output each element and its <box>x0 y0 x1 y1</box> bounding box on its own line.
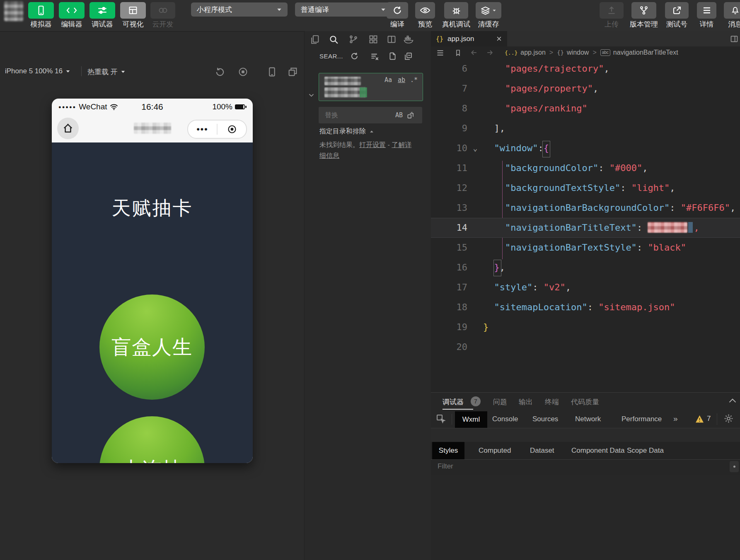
collapse-all-icon[interactable] <box>404 52 413 60</box>
panel-tab-2[interactable]: 输出 <box>519 397 533 407</box>
simulator-mode-button[interactable] <box>28 2 54 19</box>
code-line-10[interactable]: 10⌄ "window":{ <box>431 138 740 158</box>
docker-icon[interactable] <box>403 34 414 44</box>
styles-filter-input[interactable] <box>437 462 687 471</box>
warning-counter[interactable]: 7 <box>695 415 711 423</box>
code-line-14[interactable]: 14 "navigationBarTitleText": , <box>431 218 740 238</box>
outline-icon[interactable] <box>436 48 445 57</box>
replace-field[interactable] <box>324 111 384 119</box>
preview-button[interactable] <box>415 2 435 19</box>
remote-debug-button[interactable] <box>444 2 468 19</box>
windows-icon[interactable] <box>288 67 298 77</box>
more-button[interactable]: ••• <box>188 124 217 134</box>
blindbox-life-button[interactable]: 盲盒人生 <box>99 294 205 400</box>
record-icon[interactable] <box>238 67 248 77</box>
split-editor-icon[interactable] <box>387 34 397 44</box>
code-line-15[interactable]: 15 "navigationBarTextStyle": "black" <box>431 238 740 258</box>
hover-state-toggle[interactable] <box>730 461 739 472</box>
replace-input[interactable]: AB <box>319 107 422 123</box>
inspector-tab-component-data[interactable]: Component Data <box>571 447 625 455</box>
code-line-6[interactable]: 6 "pages/trajectory", <box>431 59 740 79</box>
phone-sm-icon[interactable] <box>268 67 276 77</box>
devtools-tab-console[interactable]: Console <box>492 415 518 423</box>
page-title: 天赋抽卡 <box>52 196 253 221</box>
code-line-8[interactable]: 8 "pages/ranking" <box>431 99 740 118</box>
clear-cache-button[interactable] <box>476 2 501 19</box>
back-arrow-icon[interactable] <box>470 48 478 57</box>
open-settings-link[interactable]: 打开设置 <box>359 141 386 148</box>
home-button[interactable] <box>57 118 79 139</box>
collapse-panel-icon[interactable] <box>728 398 737 403</box>
overflow-tabs-button[interactable]: » <box>673 414 678 423</box>
rotate-icon[interactable] <box>215 67 225 77</box>
expand-chevron-icon[interactable] <box>308 92 315 99</box>
exit-target-button[interactable] <box>218 124 246 134</box>
devtools-tab-wxml[interactable]: Wxml <box>455 411 487 428</box>
hot-reload-selector[interactable]: 热重载 开 <box>87 67 126 77</box>
replace-all-icon[interactable] <box>407 111 415 119</box>
messages-button[interactable] <box>724 2 740 19</box>
code-line-12[interactable]: 12 "backgroundTextStyle": "light", <box>431 178 740 198</box>
inspector-tab-scope-data[interactable]: Scope Data <box>627 447 664 455</box>
close-icon[interactable] <box>496 36 502 42</box>
new-search-editor-icon[interactable] <box>388 52 397 60</box>
test-account-button[interactable] <box>665 2 689 19</box>
mode-dropdown[interactable]: 小程序模式 <box>191 2 288 17</box>
code-line-19[interactable]: 19} <box>431 317 740 337</box>
inspector-tab-dataset[interactable]: Dataset <box>530 447 554 455</box>
panel-tab-debugger[interactable]: 调试器 <box>443 397 464 407</box>
forward-arrow-icon[interactable] <box>486 48 494 57</box>
code-line-16[interactable]: 16 }, <box>431 258 740 278</box>
devtools-settings-gear-icon[interactable] <box>723 413 734 424</box>
code-line-20[interactable]: 20 <box>431 337 740 357</box>
fold-chevron-icon[interactable]: ⌄ <box>469 138 481 158</box>
bookmark-icon[interactable] <box>455 49 462 56</box>
breadcrumb-property[interactable]: navigationBarTitleText <box>613 49 678 56</box>
files-icon[interactable] <box>310 34 320 45</box>
tab-app-json[interactable]: {} app.json <box>431 31 507 46</box>
code-line-11[interactable]: 11 "backgroundColor": "#000", <box>431 158 740 178</box>
compile-dropdown[interactable]: 普通编译 <box>295 2 392 17</box>
version-control-button[interactable] <box>631 2 656 19</box>
panel-tab-1[interactable]: 问题 <box>493 397 507 407</box>
regex-button[interactable]: .* <box>410 76 418 84</box>
debugger-mode-button[interactable] <box>89 2 115 19</box>
panel-tab-3[interactable]: 终端 <box>545 397 559 407</box>
code-editor[interactable]: 6 "pages/trajectory",7 "pages/property",… <box>431 59 740 392</box>
include-exclude-label: 指定目录和排除 <box>319 127 366 136</box>
devtools-tab-performance[interactable]: Performance <box>622 415 662 423</box>
inspector-tab-styles[interactable]: Styles <box>432 442 464 459</box>
code-line-17[interactable]: 17 "style": "v2", <box>431 278 740 297</box>
editor-mode-button[interactable] <box>59 2 85 19</box>
visualize-mode-button[interactable] <box>120 2 146 19</box>
details-button[interactable] <box>697 2 716 19</box>
code-line-9[interactable]: 9 ], <box>431 118 740 138</box>
compile-button[interactable] <box>387 2 408 19</box>
code-line-18[interactable]: 18 "sitemapLocation": "sitemap.json" <box>431 297 740 317</box>
device-selector[interactable]: iPhone 5 100% 16 <box>5 67 70 75</box>
include-exclude-toggle[interactable]: 指定目录和排除 <box>319 127 374 136</box>
breadcrumb-object[interactable]: window <box>567 49 589 56</box>
version-control-button-label: 版本管理 <box>630 19 658 29</box>
inspector-tab-computed[interactable]: Computed <box>479 447 511 455</box>
ten-draw-button[interactable]: 十连抽 <box>99 416 205 463</box>
breadcrumb-file[interactable]: app.json <box>520 49 546 56</box>
search-input[interactable]: Aa ab .* <box>319 73 423 101</box>
extensions-icon[interactable] <box>368 34 378 44</box>
devtools-tab-network[interactable]: Network <box>575 415 601 423</box>
code-line-7[interactable]: 7 "pages/property", <box>431 79 740 99</box>
cloud-dev-mode-button[interactable] <box>150 2 175 19</box>
source-control-icon[interactable] <box>348 34 358 44</box>
devtools-tab-sources[interactable]: Sources <box>532 415 558 423</box>
clear-results-icon[interactable] <box>370 52 380 61</box>
split-editor-icon[interactable] <box>730 35 738 43</box>
match-case-button[interactable]: Aa <box>385 76 392 84</box>
whole-word-button[interactable]: ab <box>398 76 405 84</box>
code-line-13[interactable]: 13 "navigationBarBackgroundColor": "#F6F… <box>431 198 740 218</box>
refresh-small-icon[interactable] <box>350 52 359 60</box>
avatar[interactable] <box>4 1 23 21</box>
inspect-element-icon[interactable] <box>436 414 446 424</box>
panel-tab-4[interactable]: 代码质量 <box>571 397 599 407</box>
replace-ab-button[interactable]: AB <box>395 111 403 119</box>
search-icon[interactable] <box>329 34 339 45</box>
